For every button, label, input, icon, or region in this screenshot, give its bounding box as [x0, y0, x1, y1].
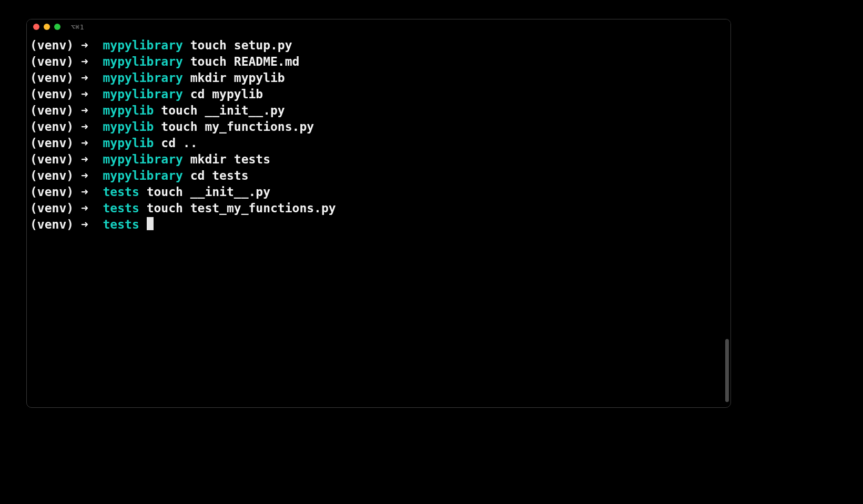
- venv-label: (venv): [30, 218, 74, 231]
- window-title: ⌥⌘1: [71, 23, 84, 31]
- cwd: mypylib: [103, 104, 154, 117]
- terminal-line: (venv) ➜ mypylib cd ..: [30, 135, 727, 151]
- cwd: mypylib: [103, 120, 154, 133]
- terminal-window: ⌥⌘1 (venv) ➜ mypylibrary touch setup.py …: [26, 19, 731, 408]
- terminal-line: (venv) ➜ tests touch test_my_functions.p…: [30, 200, 727, 217]
- command-text: cd ..: [161, 136, 197, 150]
- venv-label: (venv): [30, 71, 74, 85]
- cwd: mypylibrary: [103, 55, 183, 68]
- prompt-arrow-icon: ➜: [81, 218, 88, 231]
- cwd: mypylibrary: [103, 71, 183, 85]
- venv-label: (venv): [30, 87, 74, 101]
- venv-label: (venv): [30, 104, 74, 117]
- terminal-line: (venv) ➜ mypylibrary touch README.md: [30, 54, 727, 70]
- cwd: tests: [103, 201, 139, 215]
- scrollbar[interactable]: [725, 339, 729, 402]
- venv-label: (venv): [30, 201, 74, 215]
- prompt-arrow-icon: ➜: [81, 152, 88, 166]
- cwd: mypylibrary: [103, 169, 183, 182]
- prompt-arrow-icon: ➜: [81, 169, 88, 182]
- cwd: mypylibrary: [103, 87, 183, 101]
- command-text: touch README.md: [190, 55, 300, 68]
- prompt-arrow-icon: ➜: [81, 120, 88, 133]
- prompt-arrow-icon: ➜: [81, 104, 88, 117]
- prompt-arrow-icon: ➜: [81, 136, 88, 150]
- terminal-line: (venv) ➜ mypylibrary cd tests: [30, 168, 727, 184]
- cwd: mypylibrary: [103, 38, 183, 52]
- command-text: cd tests: [190, 169, 249, 182]
- cwd: mypylib: [103, 136, 154, 150]
- command-text: touch setup.py: [190, 38, 292, 52]
- zoom-icon[interactable]: [54, 24, 60, 30]
- venv-label: (venv): [30, 169, 74, 182]
- cursor-icon: [147, 217, 154, 230]
- prompt-arrow-icon: ➜: [81, 185, 88, 199]
- terminal-line: (venv) ➜ mypylibrary mkdir mypylib: [30, 70, 727, 86]
- cwd: mypylibrary: [103, 152, 183, 166]
- terminal-line: (venv) ➜ mypylibrary cd mypylib: [30, 86, 727, 102]
- terminal-line: (venv) ➜ mypylibrary touch setup.py: [30, 37, 727, 54]
- cwd: tests: [103, 218, 139, 231]
- venv-label: (venv): [30, 152, 74, 166]
- minimize-icon[interactable]: [44, 24, 50, 30]
- prompt-arrow-icon: ➜: [81, 55, 88, 68]
- command-text: mkdir mypylib: [190, 71, 285, 85]
- terminal-line: (venv) ➜ mypylib touch my_functions.py: [30, 119, 727, 135]
- venv-label: (venv): [30, 185, 74, 199]
- prompt-arrow-icon: ➜: [81, 201, 88, 215]
- command-text: mkdir tests: [190, 152, 270, 166]
- terminal-line: (venv) ➜ tests touch __init__.py: [30, 184, 727, 200]
- command-text: touch test_my_functions.py: [147, 201, 336, 215]
- command-text: touch my_functions.py: [161, 120, 314, 133]
- venv-label: (venv): [30, 55, 74, 68]
- terminal-current-line[interactable]: (venv) ➜ tests: [30, 217, 727, 233]
- cwd: tests: [103, 185, 139, 199]
- terminal-line: (venv) ➜ mypylibrary mkdir tests: [30, 151, 727, 168]
- venv-label: (venv): [30, 120, 74, 133]
- venv-label: (venv): [30, 38, 74, 52]
- command-text: touch __init__.py: [147, 185, 270, 199]
- terminal-line: (venv) ➜ mypylib touch __init__.py: [30, 102, 727, 119]
- prompt-arrow-icon: ➜: [81, 71, 88, 85]
- prompt-arrow-icon: ➜: [81, 87, 88, 101]
- command-text: cd mypylib: [190, 87, 263, 101]
- close-icon[interactable]: [33, 24, 39, 30]
- command-text: touch __init__.py: [161, 104, 285, 117]
- terminal-body[interactable]: (venv) ➜ mypylibrary touch setup.py (ven…: [27, 34, 730, 407]
- prompt-arrow-icon: ➜: [81, 38, 88, 52]
- venv-label: (venv): [30, 136, 74, 150]
- title-bar: ⌥⌘1: [27, 19, 730, 34]
